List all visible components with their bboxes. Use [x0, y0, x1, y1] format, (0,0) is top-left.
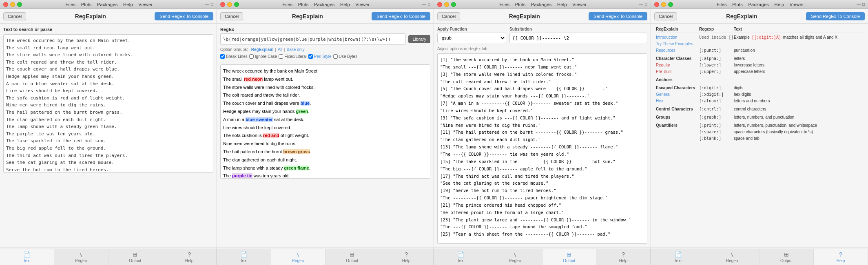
tab-help-2[interactable]: ? Help [379, 249, 434, 265]
menu-help-2[interactable]: Help [340, 2, 350, 7]
menu-files-3[interactable]: Files [500, 2, 510, 7]
menu-bar-4: Files Plots Packages Help Viewer [676, 2, 844, 7]
tab-regex-1[interactable]: \ RegEx [54, 249, 108, 265]
menu-files-4[interactable]: Files [717, 2, 727, 7]
apply-select[interactable]: gsub sub grep grepl [437, 33, 506, 43]
tab-output-1[interactable]: ⊞ Output [108, 249, 163, 265]
tab-output-label-1: Output [129, 258, 141, 263]
checkboxes-row: Break Lines Ignore Case Fixed/Literal Pe… [220, 54, 430, 59]
help-row-prebuilt: Pre-Built [:upper:] uppercase letters [654, 68, 865, 75]
library-button[interactable]: Library [408, 35, 430, 43]
text-input[interactable]: The wreck occurred by the bank on Main S… [3, 34, 213, 173]
menu-help[interactable]: Help [123, 2, 133, 7]
help-quantifiers-header: Quantifiers [654, 122, 699, 129]
perl-checkbox[interactable] [308, 54, 313, 59]
tl-close-3[interactable] [437, 2, 442, 7]
send-button-3[interactable]: Send RegEx To Console [589, 12, 647, 20]
panel2-content: RegEx Library Option Groups: RegExplain … [217, 24, 434, 247]
output-icon-3: ⊞ [567, 251, 571, 258]
tab-regex-3[interactable]: \ RegEx [488, 249, 542, 265]
text-icon-1: 📄 [23, 251, 30, 258]
menu-packages-4[interactable]: Packages [748, 2, 769, 7]
menu-packages[interactable]: Packages [97, 2, 118, 7]
menu-packages-2[interactable]: Packages [314, 2, 335, 7]
send-button-1[interactable]: Send RegEx To Console [155, 12, 213, 20]
tl-minimize-1[interactable] [10, 2, 15, 7]
send-button-2[interactable]: Send RegEx To Console [372, 12, 430, 20]
option-regexplain[interactable]: RegExplain [251, 47, 273, 52]
help-hex-link[interactable]: Hex [654, 98, 699, 104]
help-space-label [654, 129, 699, 135]
menu-plots-3[interactable]: Plots [515, 2, 526, 7]
fixed-checkbox[interactable] [279, 54, 283, 59]
tab-help-4[interactable]: ? Help [814, 249, 868, 265]
menu-plots[interactable]: Plots [81, 2, 92, 7]
tl-maximize-4[interactable] [668, 2, 673, 7]
help-regular-link[interactable]: Regular [654, 62, 699, 68]
output-icon-4: ⊞ [784, 251, 789, 258]
cancel-button-1[interactable]: Cancel [3, 12, 26, 20]
bytes-label: Use Bytes [339, 54, 358, 59]
breaklines-checkbox[interactable] [220, 54, 225, 59]
menu-plots-2[interactable]: Plots [298, 2, 309, 7]
help-xdigit-code: [:xdigit:] [699, 91, 734, 98]
help-print-code: [:print:] [699, 122, 734, 129]
send-button-4[interactable]: Send RegEx To Console [806, 12, 865, 20]
help-general-link[interactable]: General [654, 91, 699, 98]
tab-text-2[interactable]: 📄 Text [217, 249, 271, 265]
menu-packages-3[interactable]: Packages [531, 2, 552, 7]
cancel-button-4[interactable]: Cancel [654, 12, 677, 20]
substitution-input[interactable] [509, 33, 647, 43]
tab-output-3[interactable]: ⊞ Output [542, 249, 597, 265]
tab-output-2[interactable]: ⊞ Output [326, 249, 380, 265]
tl-minimize-2[interactable] [227, 2, 232, 7]
tl-minimize-3[interactable] [444, 2, 449, 7]
option-all[interactable]: All [278, 47, 282, 52]
menu-viewer-2[interactable]: Viewer [355, 2, 370, 7]
ignorecase-checkbox[interactable] [249, 54, 254, 59]
tab-regex-2[interactable]: \ RegEx [271, 249, 326, 265]
menu-viewer-3[interactable]: Viewer [572, 2, 587, 7]
window-btns-4: — □ [844, 2, 865, 7]
menu-help-4[interactable]: Help [775, 2, 784, 7]
help-row-space: [:space:] space characters (basically eq… [654, 129, 865, 135]
option-base[interactable]: Base only [287, 47, 305, 52]
app-title-4: RegExplain [726, 13, 757, 20]
tab-text-1[interactable]: 📄 Text [0, 249, 54, 265]
menu-files-2[interactable]: Files [283, 2, 293, 7]
help-charclasses-header: Character Classes [654, 55, 699, 62]
checkbox-ignorecase: Ignore Case [249, 54, 277, 59]
tab-help-1[interactable]: ? Help [162, 249, 217, 265]
help-resources-link[interactable]: Resources [654, 47, 699, 54]
tl-minimize-4[interactable] [661, 2, 666, 7]
tl-maximize-1[interactable] [17, 2, 22, 7]
help-space-text: space characters (basically equivalent t… [734, 129, 865, 135]
help-icon-1: ? [188, 251, 191, 258]
menu-plots-4[interactable]: Plots [732, 2, 743, 7]
help-icon-4: ? [839, 251, 842, 258]
tl-maximize-2[interactable] [234, 2, 239, 7]
tab-text-4[interactable]: 📄 Text [651, 249, 705, 265]
tab-help-3[interactable]: ? Help [596, 249, 651, 265]
bytes-checkbox[interactable] [333, 54, 338, 59]
cancel-button-3[interactable]: Cancel [437, 12, 460, 20]
menu-viewer[interactable]: Viewer [138, 2, 153, 7]
help-examples-link[interactable]: Try These Examples [654, 41, 699, 47]
tl-close-1[interactable] [3, 2, 8, 7]
section-title-text: Text to search or parse [3, 27, 213, 32]
menu-files[interactable]: Files [66, 2, 76, 7]
tab-regex-4[interactable]: \ RegEx [705, 249, 760, 265]
help-escaped-header: Escaped Characters [654, 85, 699, 91]
tl-close-4[interactable] [654, 2, 659, 7]
menu-help-3[interactable]: Help [557, 2, 567, 7]
regex-input[interactable] [220, 33, 406, 45]
help-row-groups: Groups [:graph:] letters, numbers, and p… [654, 114, 865, 121]
tab-text-3[interactable]: 📄 Text [434, 249, 488, 265]
tl-close-2[interactable] [220, 2, 225, 7]
help-intro-link[interactable]: Introduction [654, 34, 699, 41]
menu-viewer-4[interactable]: Viewer [790, 2, 804, 7]
tab-output-4[interactable]: ⊞ Output [760, 249, 814, 265]
cancel-button-2[interactable]: Cancel [220, 12, 243, 20]
help-prebuilt-link[interactable]: Pre-Built [654, 68, 699, 75]
tl-maximize-3[interactable] [451, 2, 456, 7]
